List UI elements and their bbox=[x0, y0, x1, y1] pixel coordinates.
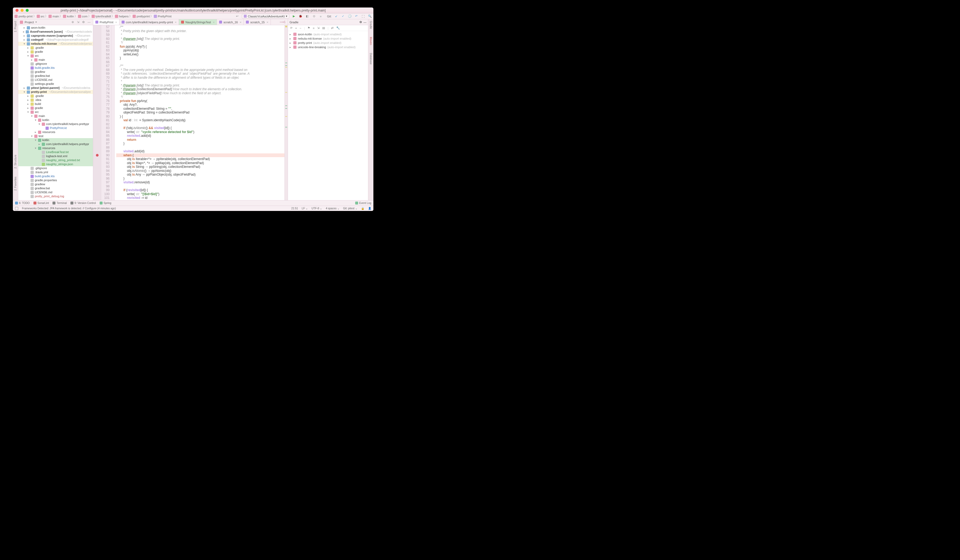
debug-button[interactable]: 🐞 bbox=[299, 14, 303, 18]
gradle-project-row[interactable]: ▸axon-kotlin (auto-import enabled) bbox=[290, 32, 366, 37]
tool-windows-button[interactable] bbox=[15, 207, 18, 210]
editor-tab[interactable]: scratch_15× bbox=[244, 19, 270, 25]
tree-arrow-icon[interactable]: ▸ bbox=[27, 94, 29, 98]
tree-arrow-icon[interactable]: ▸ bbox=[23, 26, 26, 30]
tree-arrow-icon[interactable]: ▸ bbox=[23, 38, 26, 42]
tool-database[interactable]: Database bbox=[370, 53, 372, 64]
tree-arrow-icon[interactable]: ▸ bbox=[27, 46, 29, 50]
tree-row[interactable]: LineBreakTest.txt bbox=[18, 150, 93, 154]
close-tab-icon[interactable]: × bbox=[240, 21, 242, 24]
show-deps-icon[interactable]: ▤ bbox=[322, 26, 325, 30]
tree-row[interactable]: settings.gradle bbox=[18, 82, 93, 86]
close-tab-icon[interactable]: × bbox=[213, 21, 214, 24]
bottom-tool-button[interactable]: Terminal bbox=[53, 201, 67, 204]
ide-settings-button[interactable]: ⛶ bbox=[361, 14, 365, 18]
breakpoint-icon[interactable] bbox=[96, 154, 99, 156]
editor-tab[interactable]: scratch_16× bbox=[217, 19, 244, 25]
tree-row[interactable]: .gitignore bbox=[18, 62, 93, 66]
coverage-button[interactable]: ◧ bbox=[306, 14, 309, 18]
tool-maven[interactable]: Maven bbox=[370, 37, 372, 45]
remove-icon[interactable]: − bbox=[299, 27, 301, 30]
minimize-icon[interactable] bbox=[21, 9, 24, 12]
tree-arrow-icon[interactable]: ▸ bbox=[27, 98, 29, 102]
tree-arrow-icon[interactable]: ▾ bbox=[34, 118, 37, 122]
tree-row[interactable]: ▾ pretty-print ~/Documents/code/personal… bbox=[18, 90, 93, 94]
git-update-button[interactable]: ↙ bbox=[334, 14, 338, 18]
tree-arrow-icon[interactable]: ▾ bbox=[23, 42, 26, 46]
back-button[interactable]: ↩ bbox=[235, 14, 239, 18]
tree-arrow-icon[interactable]: ▸ bbox=[27, 50, 29, 54]
tree-row[interactable]: ▸ axon-kotlin bbox=[18, 26, 93, 30]
breadcrumb-segment[interactable]: src bbox=[37, 15, 45, 18]
tree-arrow-icon[interactable]: ▸ bbox=[27, 106, 29, 110]
tool-structure[interactable]: 2: Structure bbox=[14, 155, 17, 169]
tree-row[interactable]: build.gradle.kts bbox=[18, 66, 93, 70]
tree-row[interactable]: LICENSE.md bbox=[18, 190, 93, 194]
close-tab-icon[interactable]: × bbox=[115, 21, 117, 24]
close-tab-icon[interactable]: × bbox=[175, 21, 176, 24]
tree-row[interactable]: ▾ src bbox=[18, 110, 93, 114]
editor-tab[interactable]: NaughtyStringsTest× bbox=[179, 19, 217, 25]
tree-arrow-icon[interactable]: ▾ bbox=[27, 110, 29, 114]
expand-icon[interactable]: ≡ bbox=[313, 27, 314, 30]
error-stripe[interactable] bbox=[285, 25, 288, 200]
editor-tab[interactable]: PrettyPrint× bbox=[93, 19, 120, 25]
profile-button[interactable]: ⊙ bbox=[312, 14, 316, 18]
breadcrumb-segment[interactable]: PrettyPrint bbox=[154, 15, 171, 18]
indent-setting[interactable]: 4 spaces ⌄ bbox=[326, 207, 339, 210]
tree-arrow-icon[interactable]: ▸ bbox=[290, 45, 292, 49]
tree-row[interactable]: ▸ build bbox=[18, 102, 93, 106]
scroll-from-source-button[interactable]: ⊕ bbox=[72, 20, 75, 24]
run-button[interactable]: ▶ bbox=[292, 14, 296, 18]
gradle-project-row[interactable]: ▸pretty-print (auto-import enabled) bbox=[290, 41, 366, 45]
tree-row[interactable]: .travis.yml bbox=[18, 170, 93, 174]
tree-row[interactable]: ▸ pitest [pitest-parent] ~/Documents/cod… bbox=[18, 86, 93, 90]
breadcrumb-segment[interactable]: com bbox=[78, 15, 88, 18]
tree-row[interactable]: ▾ src bbox=[18, 54, 93, 58]
add-icon[interactable]: + bbox=[295, 27, 297, 30]
line-number-gutter[interactable]: 5758596061626364656667686970717273747576… bbox=[101, 25, 111, 200]
tree-arrow-icon[interactable]: ▸ bbox=[27, 102, 29, 106]
tree-arrow-icon[interactable]: ▸ bbox=[290, 32, 292, 37]
tree-arrow-icon[interactable]: ▸ bbox=[290, 37, 292, 41]
hide-button[interactable]: — bbox=[88, 20, 91, 24]
tree-row[interactable]: LICENSE.md bbox=[18, 78, 93, 82]
tree-row[interactable]: ▸ gradle bbox=[18, 50, 93, 54]
breadcrumb-segment[interactable]: helpers bbox=[115, 15, 129, 18]
git-branch[interactable]: Git: pitest ⌄ bbox=[343, 207, 357, 210]
tree-arrow-icon[interactable]: ▸ bbox=[23, 86, 26, 90]
gradle-settings-button[interactable]: ✿ bbox=[360, 20, 362, 24]
tree-row[interactable]: ▾ main bbox=[18, 114, 93, 118]
tree-arrow-icon[interactable]: ▸ bbox=[23, 30, 25, 34]
gradle-hide-button[interactable]: — bbox=[363, 21, 366, 24]
tree-row[interactable]: .gitignore bbox=[18, 166, 93, 170]
tree-row[interactable]: logback-test.xml bbox=[18, 154, 93, 158]
close-tab-icon[interactable]: × bbox=[267, 21, 268, 24]
breadcrumb-segment[interactable]: tylerthrailkill bbox=[91, 15, 111, 18]
tree-arrow-icon[interactable]: ▾ bbox=[30, 114, 33, 118]
tree-arrow-icon[interactable]: ▾ bbox=[27, 54, 29, 58]
tree-row[interactable]: ▸ main bbox=[18, 58, 93, 62]
tree-row[interactable]: ▸ codegolf ~/IdeaProjects/personal/codeg… bbox=[18, 38, 93, 42]
tree-arrow-icon[interactable]: ▾ bbox=[23, 90, 26, 94]
tree-row[interactable]: gradlew.bat bbox=[18, 186, 93, 190]
tree-row[interactable]: ▾ com.tylerthrailkill.helpers.prettypr bbox=[18, 122, 93, 126]
bottom-tool-button[interactable]: 9: Version Control bbox=[70, 201, 96, 204]
tree-row[interactable]: PrettyPrint.kt bbox=[18, 126, 93, 130]
tree-row[interactable]: gradlew.bat bbox=[18, 74, 93, 78]
wrench-icon[interactable]: 🔧 bbox=[336, 26, 340, 30]
fold-gutter[interactable] bbox=[111, 25, 115, 200]
tree-row[interactable]: ▾ resources bbox=[18, 146, 93, 150]
breadcrumb-segment[interactable]: main bbox=[48, 15, 59, 18]
editor-tab[interactable]: com.tylerthrailkill.helpers.pretty-print… bbox=[120, 19, 179, 25]
bottom-tool-button[interactable]: Spring bbox=[100, 201, 111, 204]
attach-icon[interactable]: ⚑ bbox=[307, 26, 310, 30]
tree-row[interactable]: naughty_strings.json bbox=[18, 162, 93, 166]
bottom-tool-button[interactable]: 6: TODO bbox=[15, 201, 30, 204]
line-separator[interactable]: LF ⌄ bbox=[302, 207, 308, 210]
run-config-selector[interactable]: ClassicVcsAsciiAdventureKt ▾ bbox=[242, 14, 289, 19]
breadcrumb-segment[interactable]: prettyprint bbox=[133, 15, 150, 18]
gradle-project-row[interactable]: ▸unicode-line-breaking (auto-import enab… bbox=[290, 45, 366, 49]
gradle-tree[interactable]: ▸axon-kotlin (auto-import enabled)▸nebul… bbox=[288, 31, 368, 200]
tree-arrow-icon[interactable]: ▾ bbox=[34, 138, 37, 142]
